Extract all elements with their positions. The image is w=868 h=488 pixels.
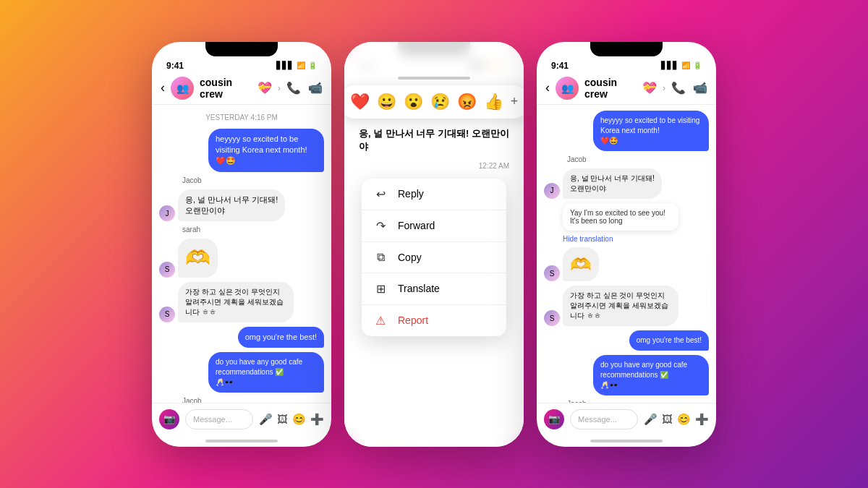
phone-icon-left[interactable]: 📞 [286,81,301,95]
status-icons-left: ▋▋▋ 📶 🔋 [276,61,317,69]
bubble-emoji-left: 🫶 [178,239,218,277]
copy-icon: ⧉ [373,251,388,264]
sticker-icon-right[interactable]: 😊 [677,413,691,426]
report-label: Report [398,314,428,326]
translation-bubble: Yay I'm so excited to see you! It's been… [563,203,678,231]
signal-icon-right: ▋▋▋ [661,61,678,69]
bubble-incoming-r2: 가장 하고 싶은 것이 무엇인지 알려주시면 계획을 세워보겠습니다 ㅎㅎ [563,286,678,326]
avatar-left: 👥 [171,77,194,100]
sticker-icon-left[interactable]: 😊 [292,413,306,426]
bubble-outgoing-r1: heyyyy so excited to be visiting Korea n… [593,111,709,151]
reply-icon: ↩ [373,187,388,201]
bubble-outgoing-2: omg you're the best! [238,327,324,348]
notch-right [590,42,663,56]
avatar-jacob-1: J [159,205,175,221]
avatar-jacob-r1: J [544,183,560,199]
phone-right: 9:41 ▋▋▋ 📶 🔋 ‹ 👥 cousin crew 💝 › 📞 📹 hey… [537,42,716,447]
messages-left: YESTERDAY 4:16 PM heyyyy so excited to b… [152,105,331,403]
forward-label: Forward [398,220,435,231]
msg-incoming-r1: J 응, 널 만나서 너무 기대돼!오랜만이야 [544,168,709,199]
battery-icon-right: 🔋 [693,61,702,69]
sender-jacob-2: Jacob [182,397,324,402]
message-input-right[interactable]: Message... [570,409,638,429]
bubble-outgoing-3: do you have any good cafe recommendation… [208,352,324,393]
mic-icon-left[interactable]: 🎤 [259,413,273,426]
avatar-sarah-2: S [159,307,175,322]
phone-middle: 9:41 ▋▋▋ 📶 🔋 ❤️ 😀 😮 😢 😡 👍 + 응, 널 만나서 너무 … [344,42,524,447]
context-message-time: 12:22 AM [479,162,524,170]
camera-button-right[interactable]: 📷 [544,409,564,429]
reaction-smile[interactable]: 😀 [377,93,396,111]
bubble-incoming-r1: 응, 널 만나서 너무 기대돼!오랜만이야 [563,168,662,199]
chat-name-right: cousin crew [584,77,637,100]
sender-jacob-1: Jacob [182,176,324,184]
video-icon-right[interactable]: 📹 [693,81,707,95]
heart-icon-right: 💝 [642,81,657,95]
reaction-plus[interactable]: + [511,94,519,109]
home-indicator-middle [398,77,470,80]
mic-icon-right[interactable]: 🎤 [644,413,658,426]
chat-header-right: ‹ 👥 cousin crew 💝 › 📞 📹 [537,72,716,105]
msg-outgoing-3: do you have any good cafe recommendation… [159,352,324,393]
bottom-bar-right: 📷 Message... 🎤 🖼 😊 ➕ [537,403,716,435]
avatar-right: 👥 [556,77,579,100]
report-icon: ⚠ [373,314,388,328]
context-report[interactable]: ⚠ Report [362,305,506,336]
copy-label: Copy [398,252,422,263]
context-forward[interactable]: ↷ Forward [362,210,506,242]
msg-outgoing-r2: omg you're the best! [544,330,709,351]
reaction-wow[interactable]: 😮 [404,93,423,111]
reaction-heart[interactable]: ❤️ [350,93,370,111]
message-input-left[interactable]: Message... [185,409,253,429]
chat-name-left: cousin crew [200,77,252,100]
msg-emoji-right: S 🫶 [544,247,709,282]
msg-incoming-1: J 응, 널 만나서 너무 기대돼!오랜만이야 [159,189,324,222]
back-button-left[interactable]: ‹ [161,80,165,95]
phone-icon-right[interactable]: 📞 [671,81,686,95]
bubble-emoji-right: 🫶 [563,247,599,282]
avatar-sarah-r: S [544,265,560,281]
status-bar-left: 9:41 ▋▋▋ 📶 🔋 [152,56,331,72]
video-icon-left[interactable]: 📹 [308,81,323,95]
timestamp-label: YESTERDAY 4:16 PM [159,114,324,121]
back-button-right[interactable]: ‹ [545,80,550,95]
messages-right: heyyyy so excited to be visiting Korea n… [537,105,716,403]
translate-label: Translate [398,283,440,294]
context-message-text: 응, 널 만나서 너무 기대돼! 오랜만이야 [344,127,524,153]
hide-translation-btn[interactable]: Hide translation [563,235,709,243]
sender-sarah: sarah [182,226,324,234]
chat-header-left: ‹ 👥 cousin crew 💝 › 📞 📹 [152,72,331,105]
status-bar-right: 9:41 ▋▋▋ 📶 🔋 [537,56,716,72]
bubble-outgoing-r3: do you have any good cafe recommendation… [593,355,709,395]
input-icons-left: 🎤 🖼 😊 ➕ [259,413,324,426]
msg-incoming-2: S 가장 하고 싶은 것이 무엇인지 알려주시면 계획을 세워보겠습니다 ㅎㅎ [159,282,324,322]
image-icon-left[interactable]: 🖼 [277,413,288,426]
forward-icon: ↷ [373,219,388,233]
header-icons-right: 📞 📹 [671,81,707,95]
msg-outgoing-r1: heyyyy so excited to be visiting Korea n… [544,111,709,151]
reaction-angry[interactable]: 😡 [457,93,477,111]
bubble-incoming-2: 가장 하고 싶은 것이 무엇인지 알려주시면 계획을 세워보겠습니다 ㅎㅎ [178,282,294,322]
bottom-bar-left: 📷 Message... 🎤 🖼 😊 ➕ [152,403,331,435]
reaction-thumbs[interactable]: 👍 [484,93,503,111]
header-icons-left: 📞 📹 [286,81,323,95]
context-menu: ↩ Reply ↷ Forward ⧉ Copy ⊞ Translate ⚠ R… [362,179,506,336]
reaction-sad[interactable]: 😢 [430,93,450,111]
battery-icon-left: 🔋 [308,61,317,69]
time-right: 9:41 [551,61,569,71]
context-copy[interactable]: ⧉ Copy [362,242,506,273]
image-icon-right[interactable]: 🖼 [662,413,673,426]
context-reply[interactable]: ↩ Reply [362,179,506,210]
bubble-incoming-1: 응, 널 만나서 너무 기대돼!오랜만이야 [178,189,285,222]
context-translate[interactable]: ⊞ Translate [362,273,506,305]
signal-icon-left: ▋▋▋ [276,61,294,69]
camera-button-left[interactable]: 📷 [159,409,179,429]
msg-outgoing-2: omg you're the best! [159,327,324,348]
home-indicator-left [205,440,278,442]
wifi-icon-right: 📶 [681,61,690,69]
plus-icon-left[interactable]: ➕ [310,413,324,426]
bubble-outgoing-1: heyyyy so excited to be visiting Korea n… [208,129,324,172]
home-indicator-right [590,440,663,442]
plus-icon-right[interactable]: ➕ [695,413,709,426]
status-icons-right: ▋▋▋ 📶 🔋 [661,61,702,69]
